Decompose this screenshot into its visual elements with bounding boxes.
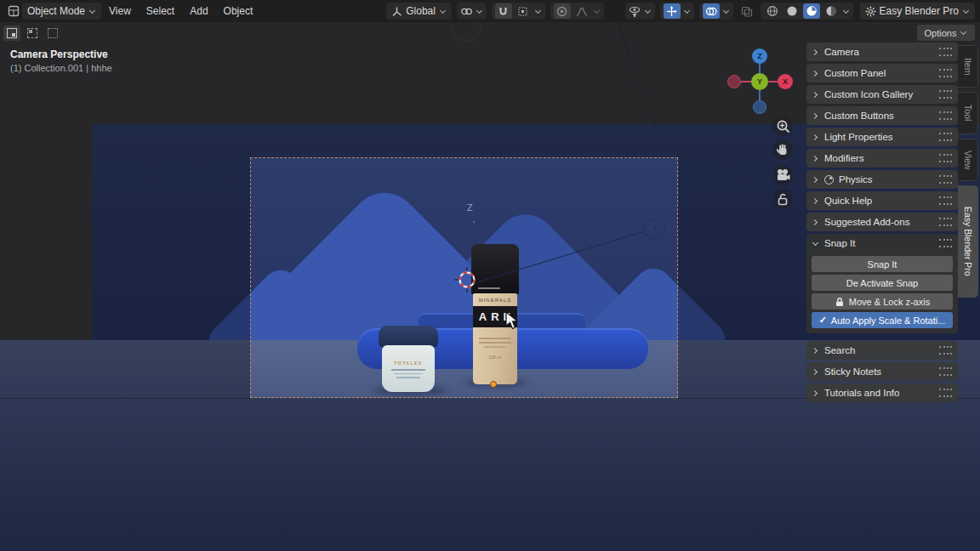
- sidebar-panel-camera[interactable]: Camera: [806, 43, 958, 61]
- tab-view[interactable]: View: [958, 139, 978, 181]
- chevron-right-icon: [812, 219, 819, 225]
- select-mode-new-icon[interactable]: [3, 26, 20, 41]
- grip-icon[interactable]: [939, 239, 952, 247]
- sidebar-panel-custom-icon-gallery[interactable]: Custom Icon Gallery: [806, 85, 958, 104]
- toggle-xray-icon[interactable]: [738, 3, 755, 19]
- select-mode-subtract-icon[interactable]: [44, 26, 61, 41]
- sidebar-panel-modifiers[interactable]: Modifiers: [806, 149, 958, 168]
- chevron-right-icon: [812, 48, 819, 55]
- grip-icon[interactable]: [939, 133, 952, 141]
- options-button[interactable]: Options: [917, 25, 975, 41]
- sidebar-panel-light-properties[interactable]: Light Properties: [806, 128, 958, 146]
- shading-wireframe-icon[interactable]: [764, 3, 781, 19]
- transform-orientation-selector[interactable]: Global: [386, 3, 452, 20]
- sidebar-panel-custom-panel[interactable]: Custom Panel: [806, 64, 958, 82]
- menu-add[interactable]: Add: [182, 5, 215, 17]
- grip-icon[interactable]: [939, 389, 952, 397]
- snap-magnet-icon[interactable]: [495, 3, 512, 19]
- grip-icon[interactable]: [939, 196, 952, 205]
- gizmo-x-ball[interactable]: X: [778, 74, 793, 89]
- gizmo-neg-x-ball[interactable]: [727, 75, 741, 88]
- menu-object[interactable]: Object: [216, 5, 261, 17]
- sidebar-panel-suggested-addons[interactable]: Suggested Add-ons: [806, 213, 958, 231]
- sidebar-panel-snap-it: Snap It Snap It De Activate Snap Move & …: [806, 234, 958, 333]
- object-visibility-filter[interactable]: [625, 3, 655, 20]
- show-gizmo-icon[interactable]: [664, 3, 681, 19]
- gizmo-toggle-group[interactable]: [660, 3, 694, 20]
- move-lock-z-button[interactable]: Move & Lock z-axis: [812, 293, 953, 310]
- tab-item[interactable]: Item: [958, 45, 978, 88]
- gizmo-neg-z-ball[interactable]: [753, 100, 766, 114]
- chevron-down-icon: [812, 240, 819, 247]
- sidebar-panel-physics[interactable]: Physics: [806, 170, 958, 189]
- proportional-editing-controls[interactable]: [550, 3, 604, 20]
- sidebar-panel-search[interactable]: Search: [806, 341, 958, 360]
- passepartout-bottom: [0, 398, 980, 551]
- snap-it-panel-header[interactable]: Snap It: [806, 234, 958, 253]
- menu-select[interactable]: Select: [139, 5, 182, 17]
- grip-icon[interactable]: [939, 175, 952, 184]
- overlays-toggle-group[interactable]: [699, 3, 733, 20]
- tab-easy-blender-pro[interactable]: Easy Blender Pro: [958, 185, 978, 298]
- pivot-point-selector[interactable]: [457, 3, 487, 20]
- grip-icon[interactable]: [939, 48, 952, 56]
- shading-rendered-icon[interactable]: [823, 3, 840, 19]
- navigation-gizmo[interactable]: Z X Y: [727, 49, 792, 114]
- chevron-right-icon: [812, 133, 819, 140]
- chevron-down-icon: [962, 8, 970, 15]
- grip-icon[interactable]: [939, 69, 952, 77]
- pan-tool-button[interactable]: [772, 139, 793, 160]
- pivot-icon: [460, 6, 473, 17]
- snap-controls[interactable]: [492, 3, 545, 20]
- sidebar-panel-quick-help[interactable]: Quick Help: [806, 191, 958, 210]
- deactivate-snap-button[interactable]: De Activate Snap: [812, 275, 953, 291]
- hand-icon: [776, 143, 789, 156]
- shading-mode-group: [761, 3, 853, 20]
- lock-view-button[interactable]: [772, 189, 793, 209]
- editor-type-icon[interactable]: [5, 3, 22, 19]
- gear-flower-icon: [865, 6, 876, 17]
- button-label: Auto Apply Scale & Rotati...: [831, 315, 946, 326]
- sidebar: Camera Custom Panel Custom Icon Gallery …: [806, 43, 958, 402]
- gizmo-y-ball[interactable]: Y: [751, 73, 768, 90]
- chevron-right-icon: [812, 176, 819, 183]
- shading-material-icon[interactable]: [803, 3, 820, 19]
- zoom-tool-button[interactable]: [772, 116, 793, 136]
- snap-target-icon[interactable]: [515, 3, 532, 19]
- tab-tool[interactable]: Tool: [958, 92, 978, 134]
- panel-label: Snap It: [824, 238, 934, 248]
- camera-icon: [775, 168, 790, 182]
- grip-icon[interactable]: [939, 111, 952, 120]
- panel-label: Custom Icon Gallery: [824, 89, 934, 99]
- chevron-down-icon: [534, 8, 542, 15]
- viewport-header: Object Mode View Select Add Object Globa…: [0, 0, 980, 22]
- grip-icon[interactable]: [939, 346, 952, 355]
- proportional-editing-icon[interactable]: [554, 3, 571, 19]
- shading-solid-icon[interactable]: [783, 3, 801, 19]
- orientation-axes-icon: [391, 6, 402, 17]
- auto-apply-scale-rotation-toggle[interactable]: ✓ Auto Apply Scale & Rotati...: [812, 312, 953, 328]
- sidebar-panel-tutorials-info[interactable]: Tutorials and Info: [806, 383, 958, 402]
- show-overlays-icon[interactable]: [703, 3, 720, 19]
- grip-icon[interactable]: [939, 367, 952, 376]
- grip-icon[interactable]: [939, 218, 952, 226]
- panel-label: Tutorials and Info: [824, 388, 934, 398]
- addon-menu-button[interactable]: Easy Blender Pro: [860, 3, 975, 20]
- falloff-curve-icon[interactable]: [573, 3, 590, 19]
- panel-label: Suggested Add-ons: [824, 217, 934, 227]
- menu-view[interactable]: View: [101, 5, 139, 17]
- grip-icon[interactable]: [939, 154, 952, 162]
- mode-selector[interactable]: Object Mode: [22, 3, 101, 20]
- select-mode-extend-icon[interactable]: [24, 26, 41, 41]
- sidebar-panel-sticky-notets[interactable]: Sticky Notets: [806, 362, 958, 381]
- snap-it-button[interactable]: Snap It: [812, 256, 953, 272]
- button-label: De Activate Snap: [846, 278, 918, 288]
- object-origin-dot[interactable]: [490, 381, 497, 388]
- gizmo-z-ball[interactable]: Z: [752, 48, 767, 64]
- sidebar-panel-custom-buttons[interactable]: Custom Buttons: [806, 106, 958, 125]
- 3d-cursor[interactable]: [454, 267, 480, 293]
- camera-view-button[interactable]: [772, 165, 793, 185]
- grip-icon[interactable]: [939, 90, 952, 99]
- chevron-down-icon: [722, 8, 730, 15]
- chevron-right-icon: [812, 91, 819, 98]
